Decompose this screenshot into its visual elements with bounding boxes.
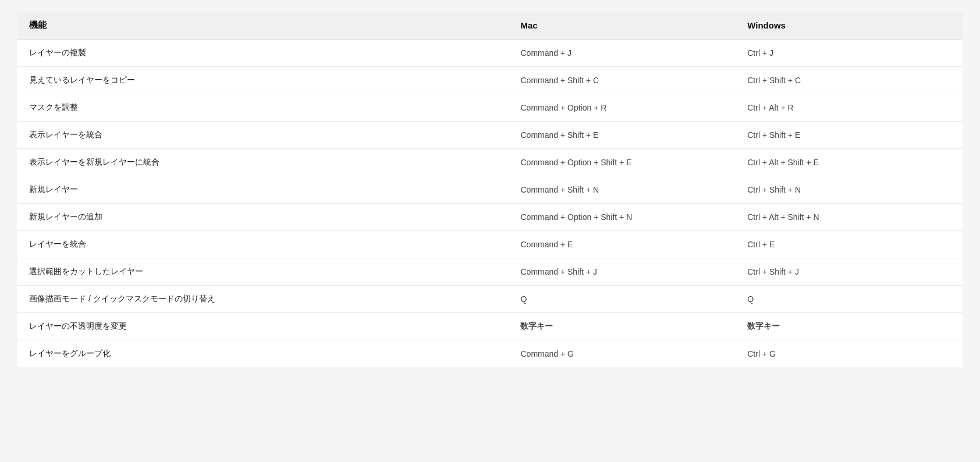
cell-feature: レイヤーの不透明度を変更 [17,313,509,340]
cell-feature: 選択範囲をカットしたレイヤー [17,258,509,286]
table-row: 表示レイヤーを新規レイヤーに統合Command + Option + Shift… [17,149,963,176]
cell-mac: Command + J [509,40,736,67]
cell-mac: Command + Option + Shift + N [509,204,736,231]
cell-feature: 表示レイヤーを統合 [17,122,509,149]
table-row: レイヤーの複製Command + JCtrl + J [17,40,963,67]
cell-windows: Ctrl + Shift + C [736,67,963,94]
cell-windows: 数字キー [736,313,963,340]
cell-feature: レイヤーをグループ化 [17,340,509,368]
cell-feature: 新規レイヤーの追加 [17,204,509,231]
table-row: 見えているレイヤーをコピーCommand + Shift + CCtrl + S… [17,67,963,94]
shortcuts-table: 機能 Mac Windows レイヤーの複製Command + JCtrl + … [17,12,963,367]
table-row: 画像描画モード / クイックマスクモードの切り替えQQ [17,286,963,313]
table-row: 新規レイヤーの追加Command + Option + Shift + NCtr… [17,204,963,231]
cell-mac: 数字キー [509,313,736,340]
table-row: 表示レイヤーを統合Command + Shift + ECtrl + Shift… [17,122,963,149]
cell-feature: 新規レイヤー [17,176,509,204]
cell-mac: Command + E [509,231,736,258]
table-row: マスクを調整Command + Option + RCtrl + Alt + R [17,94,963,122]
table-row: レイヤーを統合Command + ECtrl + E [17,231,963,258]
cell-mac: Q [509,286,736,313]
cell-mac: Command + G [509,340,736,368]
cell-windows: Ctrl + Alt + R [736,94,963,122]
cell-mac: Command + Shift + J [509,258,736,286]
cell-windows: Ctrl + J [736,40,963,67]
table-row: レイヤーをグループ化Command + GCtrl + G [17,340,963,368]
cell-feature: 表示レイヤーを新規レイヤーに統合 [17,149,509,176]
cell-windows: Ctrl + Shift + E [736,122,963,149]
cell-mac: Command + Option + Shift + E [509,149,736,176]
cell-feature: レイヤーを統合 [17,231,509,258]
cell-mac: Command + Option + R [509,94,736,122]
cell-windows: Ctrl + G [736,340,963,368]
cell-feature: レイヤーの複製 [17,40,509,67]
table-header-row: 機能 Mac Windows [17,12,963,40]
cell-windows: Ctrl + Shift + N [736,176,963,204]
cell-windows: Ctrl + Shift + J [736,258,963,286]
cell-feature: 見えているレイヤーをコピー [17,67,509,94]
header-feature: 機能 [17,12,509,40]
table-row: レイヤーの不透明度を変更数字キー数字キー [17,313,963,340]
table-row: 新規レイヤーCommand + Shift + NCtrl + Shift + … [17,176,963,204]
header-windows: Windows [736,12,963,40]
cell-windows: Q [736,286,963,313]
header-mac: Mac [509,12,736,40]
cell-mac: Command + Shift + C [509,67,736,94]
cell-feature: 画像描画モード / クイックマスクモードの切り替え [17,286,509,313]
cell-mac: Command + Shift + N [509,176,736,204]
table-row: 選択範囲をカットしたレイヤーCommand + Shift + JCtrl + … [17,258,963,286]
cell-windows: Ctrl + E [736,231,963,258]
cell-windows: Ctrl + Alt + Shift + E [736,149,963,176]
cell-mac: Command + Shift + E [509,122,736,149]
cell-windows: Ctrl + Alt + Shift + N [736,204,963,231]
cell-feature: マスクを調整 [17,94,509,122]
